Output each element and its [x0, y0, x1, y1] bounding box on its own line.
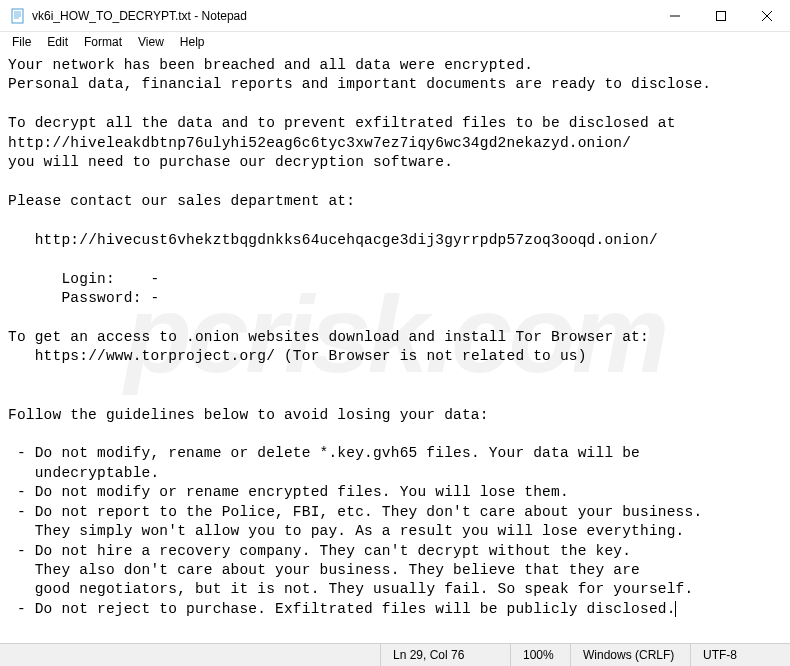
status-zoom: 100%: [510, 644, 570, 666]
menu-edit[interactable]: Edit: [39, 33, 76, 51]
menu-file[interactable]: File: [4, 33, 39, 51]
status-eol: Windows (CRLF): [570, 644, 690, 666]
text-cursor: [675, 601, 676, 617]
svg-rect-6: [717, 12, 726, 21]
window-controls: [652, 0, 790, 31]
menu-format[interactable]: Format: [76, 33, 130, 51]
menu-view[interactable]: View: [130, 33, 172, 51]
maximize-button[interactable]: [698, 0, 744, 32]
text-content: Your network has been breached and all d…: [8, 57, 711, 617]
window-title: vk6i_HOW_TO_DECRYPT.txt - Notepad: [32, 9, 652, 23]
text-area[interactable]: Your network has been breached and all d…: [0, 52, 790, 642]
menu-help[interactable]: Help: [172, 33, 213, 51]
statusbar: Ln 29, Col 76 100% Windows (CRLF) UTF-8: [0, 643, 790, 666]
status-encoding: UTF-8: [690, 644, 790, 666]
minimize-button[interactable]: [652, 0, 698, 32]
menubar: File Edit Format View Help: [0, 32, 790, 52]
close-button[interactable]: [744, 0, 790, 32]
notepad-icon: [10, 8, 26, 24]
status-position: Ln 29, Col 76: [380, 644, 510, 666]
titlebar: vk6i_HOW_TO_DECRYPT.txt - Notepad: [0, 0, 790, 32]
